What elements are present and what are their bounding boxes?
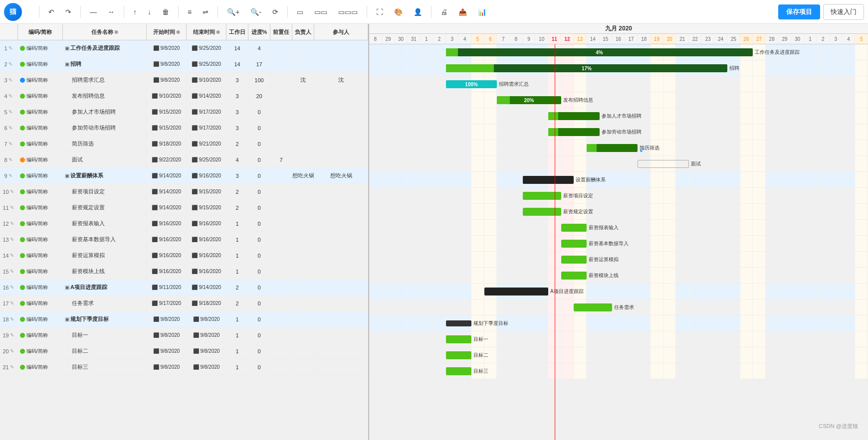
gantt-bar-container[interactable]: 100%招聘需求汇总 xyxy=(446,80,497,88)
row-end-cell[interactable]: ⬛ 9/8/2020 xyxy=(187,343,226,359)
row-start-cell[interactable]: ⬛ 9/14/2020 xyxy=(147,184,187,199)
gantt-bar[interactable]: 100% xyxy=(446,80,497,88)
gantt-bar-container[interactable]: 设置薪酬体系 xyxy=(523,176,574,184)
gantt-bar[interactable] xyxy=(561,272,587,280)
row-name-cell[interactable]: 发布招聘信息 xyxy=(63,88,147,104)
up-button[interactable]: ↑ xyxy=(129,6,141,18)
refresh-button[interactable]: ⟳ xyxy=(268,6,282,18)
gantt-row[interactable]: 参加劳动市场招聘 xyxy=(369,124,868,140)
row-name-cell[interactable]: 目标一 xyxy=(63,327,147,343)
gantt-bar[interactable]: 20% xyxy=(497,96,561,104)
table-row[interactable]: 20✎ 编码/简称目标二⬛ 9/8/2020⬛ 9/8/202010 xyxy=(0,343,368,359)
row-name-cell[interactable]: 薪资报表输入 xyxy=(63,216,147,231)
gantt-bar-container[interactable]: 17%招聘 xyxy=(446,64,727,72)
row-name-cell[interactable]: 招聘需求汇总 xyxy=(63,72,147,88)
undo-button[interactable]: ↶ xyxy=(44,6,58,18)
row-name-cell[interactable]: 面试 xyxy=(63,152,147,167)
zoom-in-button[interactable]: 🔍+ xyxy=(223,6,243,18)
gantt-bar-container[interactable]: 目标二 xyxy=(446,351,471,359)
row-end-cell[interactable]: ⬛ 9/21/2020 xyxy=(187,136,226,151)
row-end-cell[interactable]: ⬛ 9/14/2020 xyxy=(187,280,226,295)
row-name-cell[interactable]: 薪资基本数据导入 xyxy=(63,232,147,247)
gantt-body[interactable]: 4%工作任务及进度跟踪17%招聘100%招聘需求汇总20%发布招聘信息参加人才市… xyxy=(369,44,868,440)
gantt-bar[interactable] xyxy=(523,192,561,200)
gantt-bar[interactable] xyxy=(523,176,574,184)
gantt-row[interactable]: 20%发布招聘信息 xyxy=(369,92,868,108)
row-start-cell[interactable]: ⬛ 9/15/2020 xyxy=(147,120,187,136)
table-row[interactable]: 15✎ 编码/简称薪资模块上线⬛ 9/16/2020⬛ 9/16/202010 xyxy=(0,264,368,280)
gantt-bar[interactable] xyxy=(446,320,471,326)
gantt-bar-container[interactable]: 薪资规定设置 xyxy=(523,208,561,216)
row-start-cell[interactable]: ⬛ 9/16/2020 xyxy=(147,248,187,263)
row-start-cell[interactable]: ⬛ 9/17/2020 xyxy=(147,295,187,311)
row-start-cell[interactable]: ⬛ 9/15/2020 xyxy=(147,104,187,120)
align-left-button[interactable]: ≡ xyxy=(184,6,196,18)
row-start-cell[interactable]: ⬛ 9/16/2020 xyxy=(147,232,187,247)
gantt-bar[interactable] xyxy=(446,351,471,359)
gantt-bar[interactable] xyxy=(548,112,600,120)
row-start-cell[interactable]: ⬛ 9/8/2020 xyxy=(147,343,187,359)
row-end-cell[interactable]: ⬛ 9/16/2020 xyxy=(187,232,226,247)
row-name-cell[interactable]: 任务需求 xyxy=(63,295,147,311)
row-end-cell[interactable]: ⬛ 9/25/2020 xyxy=(187,56,226,72)
redo-button[interactable]: ↷ xyxy=(61,6,75,18)
zoom-out-button[interactable]: 🔍- xyxy=(246,6,265,18)
row-start-cell[interactable]: ⬛ 9/18/2020 xyxy=(147,136,187,151)
table-row[interactable]: 21✎ 编码/简称目标三⬛ 9/8/2020⬛ 9/8/202010 xyxy=(0,359,368,375)
gantt-bar[interactable] xyxy=(587,144,638,152)
gantt-row[interactable]: 设置薪酬体系 xyxy=(369,172,868,188)
color-button[interactable]: 🎨 xyxy=(390,6,407,18)
row-start-cell[interactable]: ⬛ 9/8/2020 xyxy=(147,311,187,327)
table-row[interactable]: 9✎ 编码/简称▣ 设置薪酬体系⬛ 9/14/2020⬛ 9/16/202030… xyxy=(0,168,368,184)
delete-button[interactable]: 🗑 xyxy=(158,6,173,18)
gantt-row[interactable]: 目标三 xyxy=(369,363,868,379)
row-name-cell[interactable]: 薪资运算模拟 xyxy=(63,248,147,263)
row-end-cell[interactable]: ⬛ 9/17/2020 xyxy=(187,104,226,120)
row-start-cell[interactable]: ⬛ 9/16/2020 xyxy=(147,264,187,279)
row-start-cell[interactable]: ⬛ 9/11/2020 xyxy=(147,280,187,295)
row-start-cell[interactable]: ⬛ 9/14/2020 xyxy=(147,200,187,215)
row-start-cell[interactable]: ⬛ 9/14/2020 xyxy=(147,168,187,183)
arrow-button[interactable]: ↔ xyxy=(104,6,119,18)
row-start-cell[interactable]: ⬛ 9/22/2020 xyxy=(147,152,187,167)
gantt-row[interactable]: 规划下季度目标 xyxy=(369,315,868,331)
table-row[interactable]: 7✎ 编码/简称简历筛选⬛ 9/18/2020⬛ 9/21/202020 xyxy=(0,136,368,152)
gantt-bar-container[interactable]: 目标三 xyxy=(446,367,471,375)
gantt-bar-container[interactable]: 参加劳动市场招聘 xyxy=(548,128,600,136)
gantt-bar-container[interactable]: 4%工作任务及进度跟踪 xyxy=(446,48,753,56)
row-name-cell[interactable]: ▣ 设置薪酬体系 xyxy=(63,168,147,183)
gantt-row[interactable]: 简历筛选↙ xyxy=(369,140,868,156)
gantt-row[interactable]: 薪资模块上线 xyxy=(369,268,868,284)
gantt-row[interactable]: 目标二 xyxy=(369,347,868,363)
down-button[interactable]: ↓ xyxy=(144,6,155,18)
table-row[interactable]: 16✎ 编码/简称▣ A项目进度跟踪⬛ 9/11/2020⬛ 9/14/2020… xyxy=(0,280,368,295)
gantt-bar[interactable] xyxy=(561,224,587,232)
gantt-bar-container[interactable]: 目标一 xyxy=(446,335,471,343)
row-name-cell[interactable]: 目标三 xyxy=(63,359,147,375)
row-end-cell[interactable]: ⬛ 9/15/2020 xyxy=(187,184,226,199)
row-name-cell[interactable]: ▣ A项目进度跟踪 xyxy=(63,280,147,295)
gantt-row[interactable]: 面试 xyxy=(369,156,868,172)
row-name-cell[interactable]: 薪资模块上线 xyxy=(63,264,147,279)
save-button[interactable]: 保存项目 xyxy=(778,4,820,19)
gantt-row[interactable]: 薪资运算模拟 xyxy=(369,252,868,268)
view1-button[interactable]: ▭ xyxy=(293,6,307,18)
gantt-row[interactable]: 4%工作任务及进度跟踪 xyxy=(369,44,868,60)
gantt-bar[interactable] xyxy=(446,335,471,343)
fullscreen-button[interactable]: ⛶ xyxy=(372,6,387,18)
gantt-bar-container[interactable]: 面试 xyxy=(638,160,689,168)
row-start-cell[interactable]: ⬛ 9/8/2020 xyxy=(147,40,187,56)
row-end-cell[interactable]: ⬛ 9/8/2020 xyxy=(187,311,226,327)
gantt-row[interactable]: 薪资报表输入 xyxy=(369,220,868,236)
row-name-cell[interactable]: 参加人才市场招聘 xyxy=(63,104,147,120)
table-row[interactable]: 12✎ 编码/简称薪资报表输入⬛ 9/16/2020⬛ 9/16/202010 xyxy=(0,216,368,232)
table-row[interactable]: 18✎ 编码/简称▣ 规划下季度目标⬛ 9/8/2020⬛ 9/8/202010 xyxy=(0,311,368,327)
col-name-header[interactable]: 任务名称 ◉ xyxy=(63,24,147,40)
row-name-cell[interactable]: ▣ 工作任务及进度跟踪 xyxy=(63,40,147,56)
row-end-cell[interactable]: ⬛ 9/16/2020 xyxy=(187,168,226,183)
table-row[interactable]: 3✎ 编码/简称招聘需求汇总⬛ 9/8/2020⬛ 9/10/20203100沈… xyxy=(0,72,368,88)
gantt-bar[interactable] xyxy=(638,160,689,168)
row-end-cell[interactable]: ⬛ 9/25/2020 xyxy=(187,152,226,167)
gantt-row[interactable]: 100%招聘需求汇总 xyxy=(369,76,868,92)
table-row[interactable]: 6✎ 编码/简称参加劳动市场招聘⬛ 9/15/2020⬛ 9/17/202030 xyxy=(0,120,368,136)
